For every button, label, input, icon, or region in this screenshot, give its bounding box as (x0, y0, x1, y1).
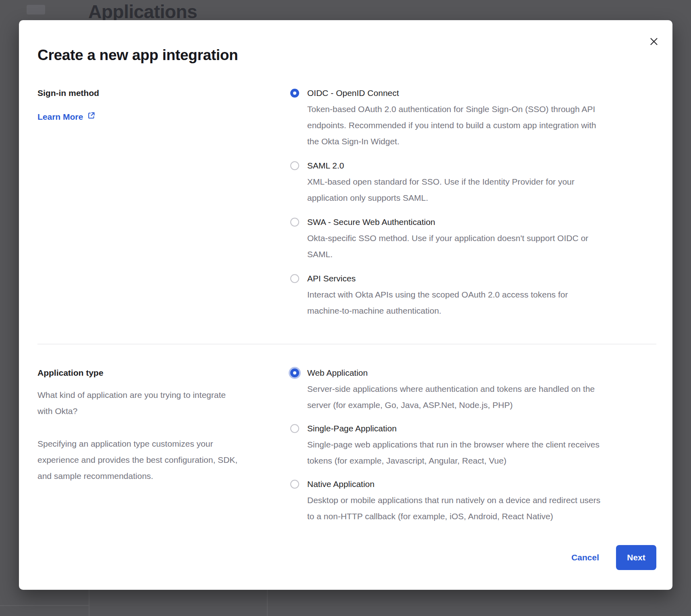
background-table-divider (89, 589, 89, 616)
radio-web-application-selected[interactable] (290, 368, 299, 377)
close-icon (649, 37, 658, 47)
signin-option-label: SAML 2.0 (307, 158, 344, 174)
apptype-option-web: Web Application Server-side applications… (290, 365, 656, 413)
application-type-explanation: Specifying an application type customize… (37, 436, 290, 484)
signin-option-label: OIDC - OpenID Connect (307, 85, 399, 101)
learn-more-label: Learn More (37, 109, 83, 125)
signin-option-saml: SAML 2.0 XML-based open standard for SSO… (290, 158, 656, 206)
apptype-option-spa-selector[interactable]: Single-Page Application (290, 420, 656, 437)
application-type-question: What kind of application are you trying … (37, 387, 290, 419)
signin-option-description: Interact with Okta APIs using the scoped… (307, 287, 656, 319)
create-app-integration-dialog: Create a new app integration Sign-in met… (19, 20, 672, 590)
background-table-divider (0, 605, 89, 606)
apptype-option-description: Server-side applications where authentic… (307, 381, 656, 413)
radio-saml[interactable] (290, 161, 299, 170)
background-page-title: Applications (88, 1, 197, 23)
apptype-option-label: Web Application (307, 365, 368, 381)
apptype-option-description: Single-page web applications that run in… (307, 437, 656, 469)
close-button[interactable] (647, 35, 661, 49)
application-type-section: Application type What kind of applicatio… (37, 365, 656, 524)
application-type-label: Application type (37, 365, 290, 381)
signin-option-label: API Services (307, 271, 356, 287)
radio-single-page-application[interactable] (290, 424, 299, 433)
signin-option-description: Token-based OAuth 2.0 authentication for… (307, 101, 656, 150)
radio-native-application[interactable] (290, 480, 299, 489)
signin-option-swa-selector[interactable]: SWA - Secure Web Authentication (290, 214, 656, 230)
apptype-option-label: Native Application (307, 476, 375, 492)
signin-option-oidc-selector[interactable]: OIDC - OpenID Connect (290, 85, 656, 101)
apptype-option-label: Single-Page Application (307, 420, 397, 437)
radio-api-services[interactable] (290, 274, 299, 283)
apptype-option-web-selector[interactable]: Web Application (290, 365, 656, 381)
signin-method-label: Sign-in method (37, 85, 290, 101)
radio-swa[interactable] (290, 218, 299, 227)
radio-oidc-selected[interactable] (290, 89, 299, 98)
signin-option-description: Okta-specific SSO method. Use if your ap… (307, 230, 656, 262)
learn-more-link[interactable]: Learn More (37, 109, 96, 125)
apptype-option-description: Desktop or mobile applications that run … (307, 492, 656, 524)
signin-option-oidc: OIDC - OpenID Connect Token-based OAuth … (290, 85, 656, 150)
background-nav-chip (27, 5, 45, 15)
external-link-icon (87, 109, 96, 125)
apptype-option-native-selector[interactable]: Native Application (290, 476, 656, 492)
signin-option-label: SWA - Secure Web Authentication (307, 214, 435, 230)
dialog-title: Create a new app integration (37, 46, 656, 65)
apptype-option-spa: Single-Page Application Single-page web … (290, 420, 656, 469)
apptype-option-native: Native Application Desktop or mobile app… (290, 476, 656, 524)
signin-option-api-services: API Services Interact with Okta APIs usi… (290, 271, 656, 319)
signin-option-saml-selector[interactable]: SAML 2.0 (290, 158, 656, 174)
next-button[interactable]: Next (616, 545, 656, 570)
section-divider (37, 344, 656, 344)
signin-option-api-services-selector[interactable]: API Services (290, 271, 656, 287)
cancel-button[interactable]: Cancel (571, 553, 599, 562)
signin-method-section: Sign-in method Learn More OIDC - OpenID … (37, 85, 656, 319)
background-table-divider (267, 589, 268, 616)
signin-option-swa: SWA - Secure Web Authentication Okta-spe… (290, 214, 656, 262)
dialog-footer: Cancel Next (37, 545, 656, 570)
signin-option-description: XML-based open standard for SSO. Use if … (307, 174, 656, 206)
